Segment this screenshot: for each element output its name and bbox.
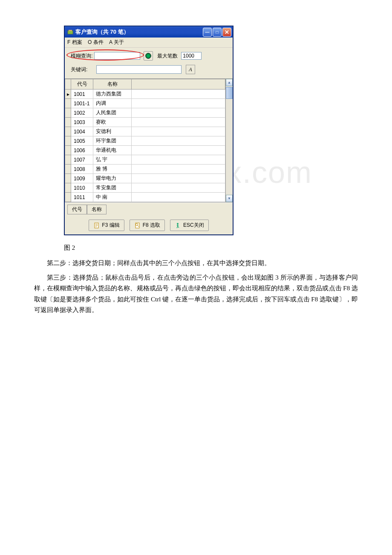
status-code-label: 代号 <box>67 205 87 214</box>
table-row[interactable]: 1005环宇集团 <box>65 136 225 146</box>
cell-code[interactable]: 1001 <box>71 90 93 99</box>
cell-name[interactable]: 德力西集团 <box>93 90 132 99</box>
status-bar: 代号 名称 <box>65 202 233 216</box>
window-titlebar[interactable]: 客户查询（共 70 笔） — □ ✕ <box>65 26 233 38</box>
cell-code[interactable]: 1009 <box>71 174 93 183</box>
search-execute-button[interactable] <box>144 51 153 61</box>
cell-name[interactable]: 安德利 <box>93 127 132 136</box>
column-header-rest <box>132 79 225 90</box>
window-title: 客户查询（共 70 笔） <box>75 28 203 36</box>
vertical-scrollbar[interactable]: ▲ ▼ <box>225 79 233 202</box>
table-row[interactable]: 1002人民集团 <box>65 108 225 118</box>
cell-code[interactable]: 1002 <box>71 108 93 118</box>
keyword-label: 关键词: <box>69 66 95 73</box>
menu-file[interactable]: F 档案 <box>67 39 82 45</box>
menubar: F 档案 O 条件 A 关于 <box>65 38 233 48</box>
cell-name[interactable]: 人民集团 <box>93 108 132 118</box>
keyword-input[interactable] <box>96 65 182 74</box>
cell-code[interactable]: 1003 <box>71 118 93 127</box>
edit-button-label: F3 编辑 <box>102 222 119 229</box>
cell-code[interactable]: 1008 <box>71 165 93 174</box>
cell-code[interactable]: 1007 <box>71 155 93 165</box>
table-row[interactable]: 1004安德利 <box>65 127 225 136</box>
cell-name[interactable]: 赛欧 <box>93 118 132 127</box>
table-container: 代号 名称 ▸1001德力西集团 1001-1内调 1002人民集团 1003赛… <box>65 78 233 202</box>
scroll-up-arrow-icon[interactable]: ▲ <box>226 79 233 86</box>
cell-code[interactable]: 1001-1 <box>71 99 93 108</box>
edit-icon <box>93 222 100 229</box>
customer-table[interactable]: 代号 名称 ▸1001德力西集团 1001-1内调 1002人民集团 1003赛… <box>65 79 225 202</box>
select-button[interactable]: F8 选取 <box>130 220 165 231</box>
table-row[interactable]: 1003赛欧 <box>65 118 225 127</box>
svg-rect-0 <box>68 31 73 34</box>
close-button[interactable]: ✕ <box>222 28 231 37</box>
figure-caption: 图 2 <box>64 244 358 252</box>
minimize-button[interactable]: — <box>203 28 212 37</box>
cell-code[interactable]: 1005 <box>71 136 93 146</box>
cell-rest <box>132 90 225 99</box>
esc-close-button[interactable]: ESC关闭 <box>170 220 209 231</box>
table-row[interactable]: 1009耀华电力 <box>65 174 225 183</box>
svg-rect-1 <box>69 30 72 31</box>
select-icon <box>134 222 141 229</box>
fuzzy-search-input[interactable] <box>94 52 140 60</box>
cell-name[interactable]: 中 南 <box>93 193 132 202</box>
status-name-label: 名称 <box>87 205 107 214</box>
table-row[interactable]: 1007弘 宇 <box>65 155 225 165</box>
app-icon <box>67 29 74 35</box>
cell-name[interactable]: 常安集团 <box>93 183 132 193</box>
step-3-paragraph: 第三步：选择货品；鼠标点击品号后，在点击旁边的三个小点按钮，会出现如图 3 所示… <box>34 272 358 316</box>
person-exit-icon <box>175 222 182 229</box>
table-row[interactable]: ▸1001德力西集团 <box>65 90 225 99</box>
cell-code[interactable]: 1004 <box>71 127 93 136</box>
edit-button[interactable]: F3 编辑 <box>89 220 124 231</box>
table-row[interactable]: 1001-1内调 <box>65 99 225 108</box>
fuzzy-search-label: 模糊查询: <box>69 52 94 60</box>
step-2-paragraph: 第二步：选择交货日期；同样点击其中的三个小点按钮，在其中选择交货日期。 <box>34 258 358 269</box>
target-icon <box>145 53 151 59</box>
cell-name[interactable]: 环宇集团 <box>93 136 132 146</box>
column-header-code[interactable]: 代号 <box>71 79 93 90</box>
cell-code[interactable]: 1011 <box>71 193 93 202</box>
cell-name[interactable]: 耀华电力 <box>93 174 132 183</box>
table-row[interactable]: 1010常安集团 <box>65 183 225 193</box>
cell-code[interactable]: 1006 <box>71 146 93 155</box>
select-button-label: F8 选取 <box>143 222 160 229</box>
svg-point-5 <box>177 223 179 225</box>
customer-query-window: 客户查询（共 70 笔） — □ ✕ F 档案 O 条件 A 关于 模糊查询: <box>64 26 233 235</box>
button-bar: F3 编辑 F8 选取 ESC关闭 <box>65 216 233 234</box>
menu-about[interactable]: A 关于 <box>109 39 124 45</box>
table-row[interactable]: 1006华通机电 <box>65 146 225 155</box>
cell-name[interactable]: 雅 博 <box>93 165 132 174</box>
cell-name[interactable]: 内调 <box>93 99 132 108</box>
table-row[interactable]: 1008雅 博 <box>65 165 225 174</box>
maximize-button[interactable]: □ <box>213 28 222 37</box>
table-row[interactable]: 1011中 南 <box>65 193 225 202</box>
cell-code[interactable]: 1010 <box>71 183 93 193</box>
cell-name[interactable]: 弘 宇 <box>93 155 132 165</box>
row-indicator-header <box>65 79 71 90</box>
column-header-name[interactable]: 名称 <box>93 79 132 90</box>
max-count-label: 最大笔数 <box>157 52 178 60</box>
scroll-track[interactable] <box>226 99 233 195</box>
esc-close-button-label: ESC关闭 <box>183 222 204 229</box>
row-current-indicator: ▸ <box>65 90 71 99</box>
menu-criteria[interactable]: O 条件 <box>88 39 104 45</box>
scroll-down-arrow-icon[interactable]: ▼ <box>226 195 233 202</box>
search-toolbar: 模糊查询: 最大笔数 关键词: A <box>65 48 233 78</box>
max-count-input[interactable] <box>181 52 202 60</box>
font-a-button[interactable]: A <box>186 65 195 74</box>
cell-name[interactable]: 华通机电 <box>93 146 132 155</box>
scroll-thumb[interactable] <box>226 87 233 99</box>
